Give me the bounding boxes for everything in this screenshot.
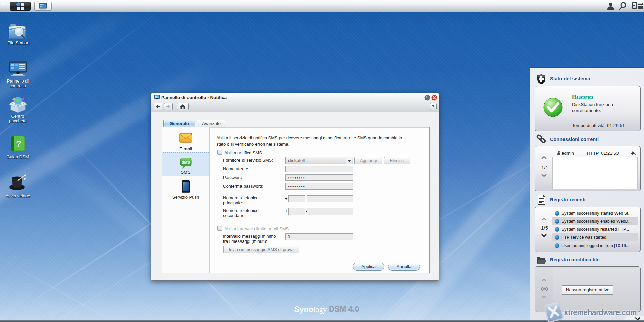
svg-text:?: ? (16, 139, 21, 149)
svg-text:SMS: SMS (182, 160, 190, 164)
